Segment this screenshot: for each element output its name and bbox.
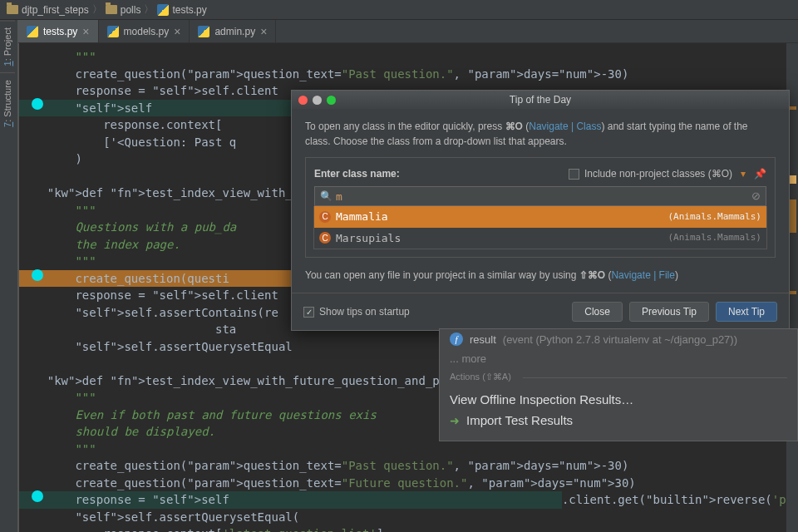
breadcrumb-file-label: tests.py bbox=[172, 4, 206, 16]
close-window-icon[interactable] bbox=[298, 96, 308, 105]
class-search-input-wrap[interactable]: 🔍 ⊘ bbox=[314, 186, 766, 206]
previous-tip-button[interactable]: Previous Tip bbox=[629, 302, 709, 322]
editor-tab-label: models.py bbox=[124, 26, 170, 37]
checkbox-icon: ✓ bbox=[303, 307, 314, 318]
class-result[interactable]: C Mammalia (Animals.Mammals) bbox=[314, 206, 766, 228]
class-search-panel: Enter class name: Include non-project cl… bbox=[305, 157, 776, 258]
class-result[interactable]: C Marsupials (Animals.Mammals) bbox=[314, 228, 766, 249]
editor-tab-label: admin.py bbox=[214, 26, 255, 37]
show-tips-checkbox[interactable]: ✓ Show tips on startup bbox=[303, 306, 410, 318]
tip-link[interactable]: Navigate | Class bbox=[529, 121, 601, 132]
se-section-actions: Actions (⇧⌘A) bbox=[440, 368, 797, 386]
chevron-right-icon: 〉 bbox=[92, 2, 102, 17]
close-icon[interactable]: × bbox=[174, 25, 180, 38]
gutter[interactable] bbox=[18, 43, 19, 532]
tip-body: To open any class in the editor quickly,… bbox=[292, 109, 789, 293]
import-icon: ➜ bbox=[450, 414, 460, 427]
editor-tab-label: tests.py bbox=[43, 26, 77, 37]
field-icon: f bbox=[450, 332, 463, 346]
folder-icon bbox=[7, 5, 18, 14]
se-more[interactable]: ... more bbox=[440, 349, 797, 368]
breadcrumb-folder-label: polls bbox=[121, 4, 141, 16]
class-result-path: (Animals.Mammals) bbox=[667, 231, 761, 245]
breadcrumb-project[interactable]: djtp_first_steps bbox=[7, 4, 89, 16]
se-action[interactable]: View Offline Inspection Results… bbox=[440, 386, 797, 410]
checkbox-icon bbox=[569, 169, 579, 180]
class-result-name: Marsupials bbox=[336, 230, 401, 247]
tip-footer: ✓ Show tips on startup Close Previous Ti… bbox=[292, 293, 789, 330]
se-action[interactable]: ➜ Import Test Results bbox=[440, 410, 797, 431]
dialog-title: Tip of the Day bbox=[510, 94, 571, 106]
breakpoint-icon[interactable] bbox=[32, 98, 43, 110]
clear-icon[interactable]: ⊘ bbox=[751, 188, 761, 204]
tip-of-the-day-dialog: Tip of the Day To open any class in the … bbox=[291, 90, 790, 331]
breadcrumb-file[interactable]: tests.py bbox=[157, 4, 206, 16]
chevron-right-icon: 〉 bbox=[144, 2, 154, 17]
se-result-name: result bbox=[470, 333, 496, 346]
class-search-input[interactable] bbox=[336, 190, 748, 203]
editor-tabs: tests.py × models.py × admin.py × bbox=[18, 20, 798, 43]
class-search-results: C Mammalia (Animals.Mammals) C Marsupial… bbox=[313, 206, 767, 249]
window-controls bbox=[298, 96, 336, 105]
tip-text-2: You can open any file in your project in… bbox=[305, 268, 776, 283]
breadcrumb-project-label: djtp_first_steps bbox=[22, 4, 89, 16]
filter-icon[interactable]: ▾ bbox=[741, 166, 746, 181]
python-file-icon bbox=[157, 4, 169, 16]
close-button[interactable]: Close bbox=[572, 302, 623, 322]
class-result-path: (Animals.Mammals) bbox=[667, 210, 761, 224]
include-non-project-checkbox[interactable]: Include non-project classes (⌘O) bbox=[569, 166, 732, 181]
folder-icon bbox=[106, 5, 117, 14]
editor-tab[interactable]: models.py × bbox=[99, 20, 190, 42]
search-everywhere-popup: f result (event (Python 2.7.8 virtualenv… bbox=[439, 328, 798, 441]
next-tip-button[interactable]: Next Tip bbox=[716, 302, 777, 322]
minimize-window-icon[interactable] bbox=[313, 96, 322, 105]
python-file-icon bbox=[107, 26, 119, 37]
breakpoint-icon[interactable] bbox=[32, 490, 43, 502]
class-icon: C bbox=[319, 211, 331, 223]
editor-tab[interactable]: tests.py × bbox=[18, 20, 99, 42]
tip-link[interactable]: Navigate | File bbox=[611, 269, 674, 281]
python-file-icon bbox=[27, 26, 38, 37]
se-result-row[interactable]: f result (event (Python 2.7.8 virtualenv… bbox=[440, 329, 797, 349]
breadcrumb-folder[interactable]: polls bbox=[106, 4, 141, 16]
se-result-detail: (event (Python 2.7.8 virtualenv at ~/dja… bbox=[503, 333, 737, 346]
editor-tab[interactable]: admin.py × bbox=[190, 20, 276, 42]
breakpoint-icon[interactable] bbox=[32, 269, 43, 281]
sidebar-tab-project[interactable]: 1: Project bbox=[0, 20, 15, 72]
breadcrumb: djtp_first_steps 〉 polls 〉 tests.py bbox=[0, 0, 798, 20]
enter-class-label: Enter class name: bbox=[314, 166, 400, 181]
search-icon: 🔍 bbox=[320, 189, 332, 204]
python-file-icon bbox=[198, 26, 209, 37]
tip-text: To open any class in the editor quickly,… bbox=[305, 119, 776, 149]
sidebar-tab-structure[interactable]: 7: Structure bbox=[0, 72, 15, 134]
close-icon[interactable]: × bbox=[260, 25, 267, 38]
pin-icon[interactable]: 📌 bbox=[754, 166, 766, 181]
class-icon: C bbox=[319, 232, 331, 244]
zoom-window-icon[interactable] bbox=[327, 96, 336, 105]
class-result-name: Mammalia bbox=[336, 209, 388, 225]
close-icon[interactable]: × bbox=[82, 25, 89, 38]
dialog-titlebar[interactable]: Tip of the Day bbox=[292, 91, 789, 109]
left-toolbar: 1: Project 7: Structure bbox=[0, 20, 18, 532]
